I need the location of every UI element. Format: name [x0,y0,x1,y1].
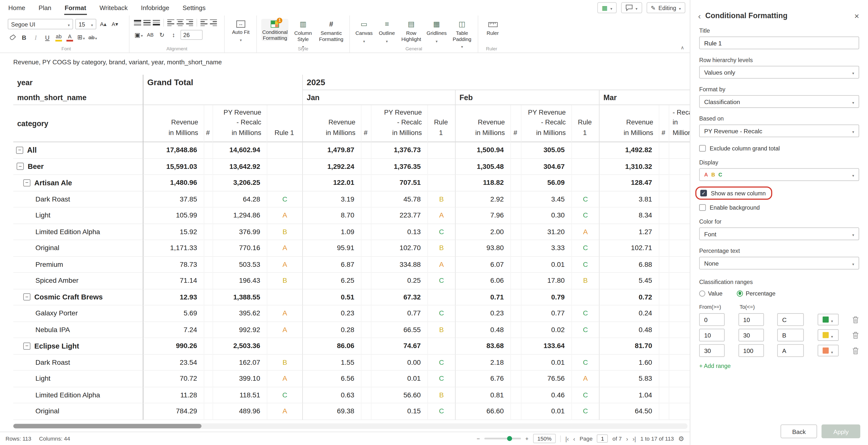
rule-cell[interactable]: A [571,371,599,387]
value-cell[interactable]: 15.92 [143,224,204,240]
value-cell[interactable] [204,240,213,256]
value-cell[interactable] [510,224,521,240]
menu-writeback[interactable]: Writeback [99,0,128,15]
borders-icon[interactable]: ⊞ [76,33,86,42]
rule-cell[interactable] [571,159,599,175]
value-cell[interactable]: 7.24 [143,322,204,338]
revenue-header[interactable]: Revenue in Millions [143,105,204,142]
value-cell[interactable] [204,338,213,354]
value-cell[interactable]: 13,642.92 [213,159,267,175]
menu-settings[interactable]: Settings [182,0,206,15]
value-cell[interactable]: 399.10 [213,371,267,387]
value-cell[interactable]: 76.56 [521,371,571,387]
value-cell[interactable]: 0.48 [599,322,658,338]
value-cell[interactable] [669,224,690,240]
rule-cell[interactable]: B [571,273,599,289]
hash-header[interactable]: # [659,105,669,142]
display-select[interactable]: ABC [699,168,859,181]
range-to-input[interactable] [738,329,764,342]
value-cell[interactable] [669,289,690,306]
value-cell[interactable]: 196.43 [213,273,267,289]
value-cell[interactable]: 14,602.94 [213,142,267,159]
value-cell[interactable] [361,322,371,338]
value-cell[interactable]: 2,503.36 [213,338,267,354]
rule-cell[interactable]: A [267,404,302,420]
semantic-formatting-button[interactable]: # Semantic Formatting [317,19,345,42]
value-cell[interactable]: 5.83 [599,371,658,387]
row-label[interactable]: Limited Edition Alpha [13,224,143,240]
rule-cell[interactable]: C [571,305,599,322]
collapse-icon[interactable]: − [23,179,30,186]
value-cell[interactable] [669,159,690,175]
value-cell[interactable] [510,191,521,208]
range-color-picker[interactable] [817,314,839,325]
collapse-icon[interactable]: − [23,342,30,350]
value-cell[interactable] [204,387,213,404]
value-cell[interactable]: 6.56 [302,371,361,387]
align-left-icon[interactable] [167,19,174,26]
value-cell[interactable] [659,289,669,306]
py-revenue-header[interactable]: PY Revenue - Recalc in Millions [213,105,267,142]
value-cell[interactable]: 78.73 [143,256,204,273]
value-cell[interactable] [669,256,690,273]
row-hierarchy-select[interactable]: Values only [699,66,859,78]
zoom-slider-knob[interactable] [507,436,512,441]
value-cell[interactable]: 0.48 [455,322,510,338]
format-by-select[interactable]: Classification [699,95,859,108]
menu-infobridge[interactable]: Infobridge [141,0,170,15]
value-cell[interactable]: 95.91 [302,240,361,256]
text-case-icon[interactable]: AB [146,30,155,39]
value-cell[interactable]: 133.64 [521,338,571,354]
value-cell[interactable] [361,256,371,273]
value-cell[interactable]: 2.18 [455,354,510,371]
value-cell[interactable]: 128.47 [599,175,658,191]
value-cell[interactable] [510,256,521,273]
zoom-out-icon[interactable]: − [476,436,480,442]
rule-cell[interactable] [427,175,455,191]
month-header-jan[interactable]: Jan [302,90,455,105]
value-cell[interactable]: 0.15 [371,404,428,420]
value-cell[interactable] [510,371,521,387]
rule-cell[interactable]: A [267,322,302,338]
increase-font-icon[interactable]: A▴ [98,20,108,29]
value-cell[interactable]: 1,376.35 [371,159,428,175]
fill-color-icon[interactable]: ab [54,33,63,42]
font-color-icon[interactable]: A [65,33,74,42]
value-cell[interactable]: 2.00 [455,224,510,240]
value-cell[interactable] [669,404,690,420]
value-cell[interactable]: 37.85 [143,191,204,208]
rule-cell[interactable] [427,338,455,354]
range-letter-input[interactable] [777,344,804,357]
rule-cell[interactable]: C [427,354,455,371]
value-cell[interactable]: 6.76 [455,371,510,387]
value-cell[interactable]: 0.24 [599,305,658,322]
horizontal-scrollbar[interactable] [13,423,687,429]
decrease-font-icon[interactable]: A▾ [110,20,120,29]
format-painter-icon[interactable] [8,33,17,42]
rule-cell[interactable] [267,338,302,354]
collapse-icon[interactable]: − [17,163,24,170]
value-cell[interactable]: 6.87 [302,256,361,273]
value-cell[interactable]: 0.51 [302,289,361,306]
menu-home[interactable]: Home [8,0,26,15]
value-cell[interactable]: 86.06 [302,338,361,354]
merge-cells-icon[interactable]: ▣ [134,30,144,39]
add-range-link[interactable]: + Add range [699,362,731,369]
value-cell[interactable] [659,224,669,240]
zoom-in-icon[interactable]: + [525,436,528,442]
strikethrough-icon[interactable]: ab [88,33,97,42]
rule-cell[interactable]: C [571,240,599,256]
hash-header[interactable]: # [510,105,521,142]
value-cell[interactable] [204,305,213,322]
value-cell[interactable] [669,354,690,371]
next-page-icon[interactable]: › [626,435,628,442]
rule-cell[interactable] [267,142,302,159]
value-cell[interactable]: 64.50 [599,404,658,420]
value-cell[interactable]: 162.07 [213,354,267,371]
value-cell[interactable]: 784.29 [143,404,204,420]
value-cell[interactable]: 2.92 [455,191,510,208]
rule-cell[interactable]: C [427,404,455,420]
delete-range-icon[interactable] [852,347,859,354]
value-cell[interactable]: 1.60 [599,354,658,371]
value-cell[interactable]: 0.63 [302,387,361,404]
